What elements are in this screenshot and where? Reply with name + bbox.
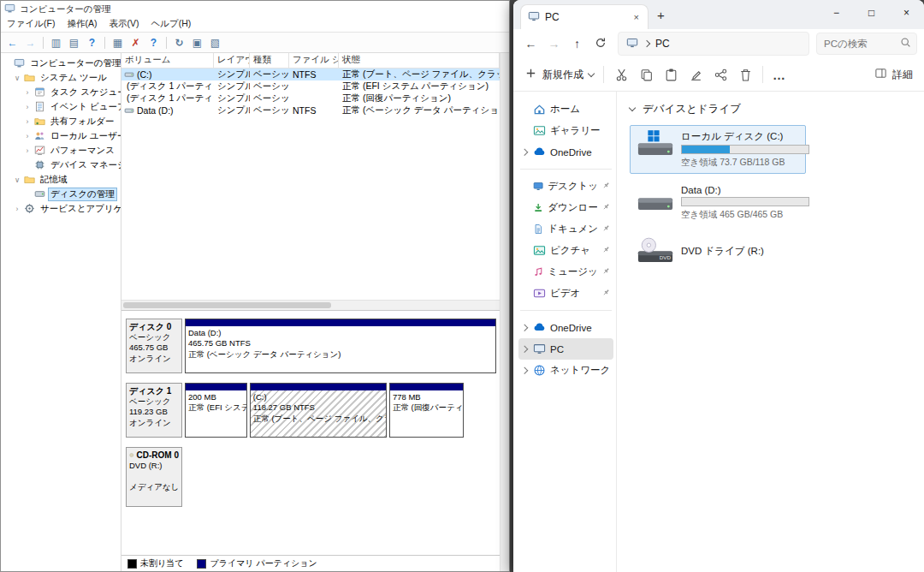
tab-close-button[interactable]: ×: [632, 12, 641, 22]
tree-expander-icon[interactable]: ›: [13, 205, 21, 213]
breadcrumb-item[interactable]: PC: [655, 38, 670, 50]
share-button[interactable]: [713, 67, 728, 82]
status-cell: 正常 (ベーシック データ パーティション): [339, 104, 500, 116]
tree-item-task-scheduler[interactable]: ›タスク スケジューラ: [1, 85, 121, 99]
volume-row[interactable]: (C:)シンプルベーシックNTFS正常 (ブート、ページ ファイル、クラッシュ …: [121, 69, 500, 80]
minimize-button[interactable]: −: [819, 0, 854, 26]
tree-item-local-users-groups[interactable]: ›ローカル ユーザーとグループ: [1, 128, 121, 143]
cut-button[interactable]: [613, 67, 629, 82]
chevron-right-icon[interactable]: [521, 149, 528, 156]
tree-expander-icon[interactable]: ›: [23, 146, 32, 155]
tree-item-performance[interactable]: ›パフォーマンス: [1, 143, 121, 158]
volume-row[interactable]: Data (D:)シンプルベーシックNTFS正常 (ベーシック データ パーティ…: [121, 104, 500, 116]
partition-efi-partition[interactable]: 200 MB正常 (EFI システム パーティション): [185, 383, 247, 438]
menu-view[interactable]: 表示(V): [103, 18, 145, 30]
view-options-icon[interactable]: ▧: [207, 35, 223, 51]
refresh-button[interactable]: [589, 37, 611, 51]
tree-expander-icon[interactable]: ›: [23, 88, 32, 97]
filesystem-cell: NTFS: [289, 69, 339, 80]
drive-item-data-d[interactable]: Data (D:)空き領域 465 GB/465 GB: [630, 180, 806, 226]
address-bar[interactable]: PC: [618, 32, 809, 56]
disk-label-disk-0[interactable]: ディスク 0ベーシック465.75 GBオンライン: [126, 319, 182, 373]
tree-expander-icon[interactable]: ∨: [13, 74, 21, 82]
chevron-right-icon[interactable]: [521, 346, 528, 353]
delete-volume-icon[interactable]: ✗: [127, 35, 144, 51]
sidebar-item-desktop[interactable]: デスクトップ: [518, 176, 613, 197]
horizontal-scrollbar[interactable]: [121, 300, 500, 310]
sidebar-item-documents[interactable]: ドキュメント: [518, 218, 613, 240]
sidebar-item-downloads[interactable]: ダウンロード: [518, 197, 613, 218]
help-topics-icon[interactable]: ?: [145, 35, 162, 51]
rescan-disks-icon[interactable]: ▣: [189, 35, 205, 51]
tree-item-disk-management[interactable]: ディスクの管理: [1, 187, 121, 201]
tree-item-system-tools[interactable]: ∨システム ツール: [1, 70, 121, 85]
disk-label-disk-1[interactable]: ディスク 1ベーシック119.23 GBオンライン: [126, 383, 182, 438]
column-header-0[interactable]: ボリューム: [121, 53, 214, 68]
maximize-button[interactable]: □: [854, 0, 889, 26]
help-icon[interactable]: ?: [84, 35, 100, 51]
menu-action[interactable]: 操作(A): [61, 18, 103, 30]
vertical-scrollbar[interactable]: [500, 53, 509, 571]
tree-expander-icon[interactable]: ∨: [13, 176, 21, 184]
drive-item-dvd-r[interactable]: DVDDVD ドライブ (R:): [630, 232, 806, 271]
tree-expander-icon[interactable]: ›: [23, 132, 32, 140]
sidebar-item-pictures[interactable]: ピクチャ: [518, 240, 613, 261]
tree-expander-icon[interactable]: ›: [23, 103, 32, 111]
refresh-icon[interactable]: ↻: [171, 35, 187, 51]
volume-row[interactable]: (ディスク 1 パーティション 4)シンプルベーシック正常 (回復パーティション…: [121, 92, 500, 104]
group-header[interactable]: デバイスとドライブ: [630, 102, 924, 116]
partition-c-partition[interactable]: (C:)118.27 GB NTFS正常 (ブート、ページ ファイル、クラッシュ…: [250, 383, 387, 438]
column-header-3[interactable]: ファイル システム: [289, 53, 339, 68]
sidebar-item-onedrive-2[interactable]: OneDrive: [518, 317, 613, 338]
copy-button[interactable]: [638, 67, 654, 82]
forward-icon[interactable]: →: [22, 35, 38, 51]
partition-recovery-partition[interactable]: 778 MB正常 (回復パーティション): [389, 383, 464, 438]
tree-item-computer-management-root[interactable]: コンピューターの管理 (ローカル): [1, 56, 121, 70]
show-console-tree-icon[interactable]: ▥: [48, 35, 64, 51]
tree-item-storage[interactable]: ∨記憶域: [1, 172, 121, 187]
drive-item-local-disk-c[interactable]: ローカル ディスク (C:)空き領域 73.7 GB/118 GB: [630, 125, 806, 174]
tree-expander-icon[interactable]: ›: [23, 117, 32, 126]
column-header-2[interactable]: 種類: [250, 53, 289, 68]
forward-button[interactable]: →: [543, 37, 565, 51]
column-header-1[interactable]: レイアウト: [214, 53, 250, 68]
close-button[interactable]: ×: [889, 0, 924, 26]
explorer-tab-pc[interactable]: PC ×: [520, 4, 649, 29]
tree-item-event-viewer[interactable]: ›イベント ビューアー: [1, 99, 121, 114]
up-button[interactable]: ↑: [566, 37, 588, 51]
column-header-4[interactable]: 状態: [339, 53, 500, 68]
rename-button[interactable]: [688, 67, 703, 82]
volume-row[interactable]: (ディスク 1 パーティション 1)シンプルベーシック正常 (EFI システム …: [121, 80, 500, 92]
sidebar-item-videos[interactable]: ビデオ: [518, 283, 613, 304]
tree-item-services-applications[interactable]: ›サービスとアプリケーション: [1, 201, 121, 216]
sidebar-item-pc[interactable]: PC: [518, 338, 613, 360]
back-icon[interactable]: ←: [4, 35, 21, 51]
chevron-right-icon[interactable]: [521, 325, 528, 331]
delete-button[interactable]: [737, 67, 753, 82]
sidebar-item-gallery[interactable]: ギャラリー: [518, 120, 613, 141]
paste-button[interactable]: [663, 67, 678, 82]
search-box[interactable]: [816, 33, 917, 55]
export-list-icon[interactable]: ▤: [66, 35, 82, 51]
tree-item-device-manager[interactable]: デバイス マネージャー: [1, 158, 121, 172]
disk-graph-pane: ディスク 0ベーシック465.75 GBオンラインData (D:)465.75…: [121, 311, 500, 555]
sidebar-item-network[interactable]: ネットワーク: [518, 360, 613, 381]
attach-vhd-icon[interactable]: ▦: [110, 35, 126, 51]
group-collapse-icon[interactable]: [629, 104, 636, 111]
disk-label-cd-rom-0[interactable]: CD-ROM 0DVD (R:) メディアなし: [126, 447, 182, 507]
menu-file[interactable]: ファイル(F): [1, 18, 61, 30]
sidebar-item-onedrive[interactable]: OneDrive: [518, 141, 613, 163]
sidebar-item-music[interactable]: ミュージック: [518, 261, 613, 283]
more-options-button[interactable]: …: [773, 68, 786, 82]
new-tab-button[interactable]: +: [657, 9, 665, 21]
scrollbar-thumb[interactable]: [123, 302, 331, 308]
menu-help[interactable]: ヘルプ(H): [145, 18, 197, 30]
sidebar-item-home[interactable]: ホーム: [518, 98, 613, 120]
chevron-right-icon[interactable]: [521, 367, 528, 374]
new-button[interactable]: 新規作成: [524, 67, 594, 82]
partition-data-d[interactable]: Data (D:)465.75 GB NTFS正常 (ベーシック データ パーテ…: [185, 319, 496, 373]
tree-item-shared-folders[interactable]: ›共有フォルダー: [1, 114, 121, 128]
details-toggle-button[interactable]: 詳細: [874, 67, 913, 82]
back-button[interactable]: ←: [520, 37, 542, 51]
search-input[interactable]: [822, 38, 900, 50]
